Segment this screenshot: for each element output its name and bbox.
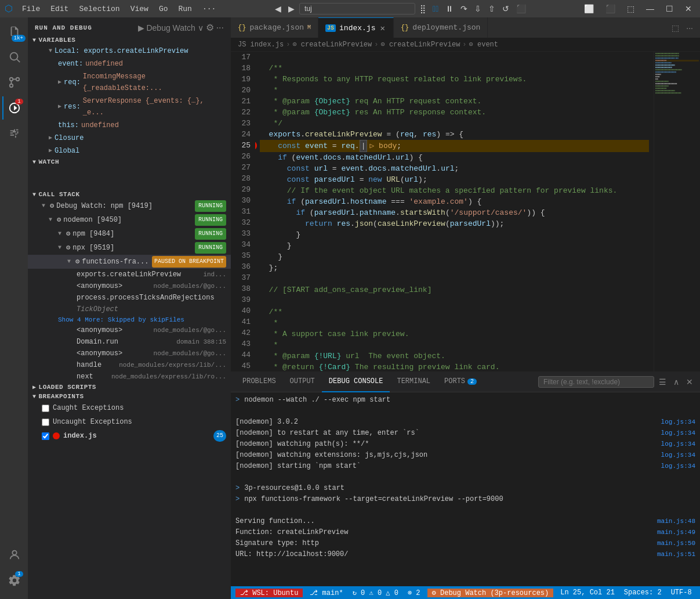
callstack-npm[interactable]: ▼ ⚙ npm [9484] RUNNING [28, 227, 231, 241]
split-editor-tab-button[interactable]: ⬚ [669, 22, 681, 34]
panel-toggle-wrap-button[interactable]: ☰ [657, 376, 669, 388]
panel-tab-debug-console[interactable]: DEBUG CONSOLE [322, 372, 390, 392]
console-source-main50[interactable]: main.js:50 [657, 538, 695, 549]
callstack-npx[interactable]: ▼ ⚙ npx [9519] RUNNING [28, 241, 231, 255]
sidebar-more-button[interactable]: ··· [216, 22, 224, 33]
callstack-exports-create[interactable]: exports.createLinkPreview ind... [28, 269, 231, 280]
index-js-checkbox[interactable] [42, 432, 49, 440]
menu-file[interactable]: File [17, 3, 45, 15]
minimize-button[interactable]: — [643, 3, 658, 15]
console-source-main48[interactable]: main.js:48 [657, 516, 695, 527]
debug-step-into-button[interactable]: ⇩ [472, 3, 484, 15]
activity-debug[interactable]: 1 [2, 96, 26, 120]
breadcrumb-create-link-preview2[interactable]: ⊙ createLinkPreview [380, 40, 460, 49]
caught-exceptions-checkbox[interactable] [42, 405, 49, 412]
status-sync[interactable]: ↻ 0 ⚠ 0 △ 0 [350, 589, 401, 597]
code-content[interactable]: /** * Responds to any HTTP request relat… [255, 52, 654, 371]
panel-filter-input[interactable] [538, 376, 654, 388]
maximize-button[interactable]: ☐ [662, 3, 677, 15]
breakpoint-uncaught-exceptions[interactable]: Uncaught Exceptions [28, 415, 231, 429]
toggle-panel-button[interactable]: ⬛ [602, 3, 619, 15]
status-branch[interactable]: ⎇ main* [307, 589, 345, 597]
breakpoint-index-js[interactable]: index.js 25 [28, 429, 231, 443]
console-source-log34b[interactable]: log.js:34 [661, 428, 695, 439]
variable-res[interactable]: ▶ res: ServerResponse {_events: {…}, _e.… [28, 95, 231, 119]
activity-extensions[interactable] [2, 122, 26, 145]
status-errors[interactable]: ⊗ 2 [405, 589, 423, 597]
watch-section-header[interactable]: ▼ WATCH [28, 157, 231, 167]
debug-pause-button[interactable]: ⏸ [443, 3, 456, 15]
callstack-anonymous3[interactable]: <anonymous> node_modules/@go... [28, 348, 231, 359]
variables-section-header[interactable]: ▼ VARIABLES [28, 35, 231, 45]
status-remote[interactable]: ⎇ WSL: Ubuntu [235, 589, 303, 597]
activity-search[interactable]: 1k+ [2, 45, 26, 68]
callstack-next[interactable]: next node_modules/express/lib/ro... [28, 371, 231, 383]
variable-event[interactable]: event: undefined [28, 57, 231, 70]
callstack-functions-fra[interactable]: ▼ ⚙ functions-fra... PAUSED ON BREAKPOIN… [28, 255, 231, 269]
panel-tab-problems[interactable]: PROBLEMS [235, 372, 283, 392]
status-position[interactable]: Ln 25, Col 21 [558, 589, 617, 597]
toggle-sidebar-button[interactable]: ⬜ [581, 3, 597, 15]
tab-more-button[interactable]: ··· [684, 22, 695, 34]
nav-back-button[interactable]: ◀ [273, 3, 284, 15]
status-encoding[interactable]: UTF-8 [669, 589, 694, 597]
variable-global[interactable]: ▶ Global [28, 145, 231, 157]
panel-close-button[interactable]: ✕ [684, 376, 695, 388]
panel-tab-output[interactable]: OUTPUT [283, 372, 322, 392]
console-source-main49[interactable]: main.js:49 [657, 527, 695, 538]
breadcrumb-event[interactable]: ⊙ event [469, 40, 498, 49]
status-spaces[interactable]: Spaces: 2 [622, 589, 664, 597]
menu-go[interactable]: Go [154, 3, 173, 15]
variable-req[interactable]: ▶ req: IncomingMessage {_readableState:.… [28, 70, 231, 95]
close-button[interactable]: ✕ [681, 3, 695, 15]
callstack-nodemon[interactable]: ▼ ⚙ nodemon [9450] RUNNING [28, 213, 231, 227]
activity-source-control[interactable] [2, 71, 26, 94]
minimap[interactable]: ██████████████████████████████████ █████… [654, 52, 700, 371]
debug-layout-button[interactable]: ⣿ [418, 3, 428, 15]
breadcrumb-file[interactable]: JS index.js [238, 41, 284, 49]
breadcrumb-create-link-preview1[interactable]: ⊙ createLinkPreview [292, 40, 372, 49]
console-source-main51[interactable]: main.js:51 [657, 549, 695, 560]
breakpoint-caught-exceptions[interactable]: Caught Exceptions [28, 401, 231, 415]
split-editor-button[interactable]: ⬚ [623, 3, 638, 15]
variable-local-scope[interactable]: ▼ Local: exports.createLinkPreview [28, 45, 231, 57]
activity-settings[interactable]: 1 [2, 569, 26, 592]
callstack-domain-run[interactable]: Domain.run domain 388:15 [28, 336, 231, 348]
uncaught-exceptions-checkbox[interactable] [42, 418, 49, 426]
callstack-tick-object[interactable]: TickObject [28, 304, 231, 315]
panel-scroll-up-button[interactable]: ∧ [671, 376, 681, 388]
callstack-handle[interactable]: handle node_modules/express/lib/... [28, 359, 231, 371]
sidebar-settings-button[interactable]: ⚙ [206, 22, 214, 33]
debug-stop-button[interactable]: ⬛ [514, 3, 528, 15]
callstack-skipped-link[interactable]: Show 4 More: Skipped by skipFiles [28, 315, 231, 324]
console-source-log34e[interactable]: log.js:34 [661, 461, 695, 472]
console-source-log34c[interactable]: log.js:34 [661, 439, 695, 450]
console-source-log34d[interactable]: log.js:34 [661, 450, 695, 461]
tab-package-json[interactable]: {} package.json M [231, 17, 318, 38]
status-debug[interactable]: ⚙ Debug Watch (3p-resources) [427, 589, 554, 597]
menu-more[interactable]: ··· [198, 3, 220, 15]
menu-selection[interactable]: Selection [74, 3, 124, 15]
debug-step-over-button[interactable]: ↷ [458, 3, 470, 15]
menu-edit[interactable]: Edit [46, 3, 73, 15]
tab-deployment-json[interactable]: {} deployment.json [394, 17, 488, 38]
callstack-debug-watch[interactable]: ▼ ⚙ Debug Watch: npm [9419] RUNNING [28, 199, 231, 213]
console-source-log34a[interactable]: log.js:34 [661, 417, 695, 428]
breakpoints-section-header[interactable]: ▼ BREAKPOINTS [28, 392, 231, 401]
callstack-process-ticks[interactable]: process.processTicksAndRejections [28, 292, 231, 304]
debug-watch-dropdown[interactable]: ▶ Debug Watch ∨ [138, 22, 204, 33]
loaded-scripts-section-header[interactable]: ▶ LOADED SCRIPTS [28, 383, 231, 392]
debug-restart-button[interactable]: ↺ [500, 3, 512, 15]
variable-closure[interactable]: ▶ Closure [28, 132, 231, 145]
callstack-section-header[interactable]: ▼ CALL STACK [28, 190, 231, 199]
tab-index-js-close[interactable]: ✕ [379, 23, 386, 33]
panel-tab-ports[interactable]: PORTS 2 [437, 372, 484, 392]
menu-run[interactable]: Run [173, 3, 196, 15]
debug-continue-button[interactable]: ▶⃝ [430, 3, 441, 15]
debug-step-out-button[interactable]: ⇧ [486, 3, 498, 15]
callstack-anonymous1[interactable]: <anonymous> node_modules/@go... [28, 280, 231, 292]
menu-view[interactable]: View [126, 3, 153, 15]
tab-index-js[interactable]: JS index.js ✕ [318, 17, 394, 38]
callstack-anonymous2[interactable]: <anonymous> node_modules/@go... [28, 324, 231, 336]
panel-tab-terminal[interactable]: TERMINAL [390, 372, 437, 392]
